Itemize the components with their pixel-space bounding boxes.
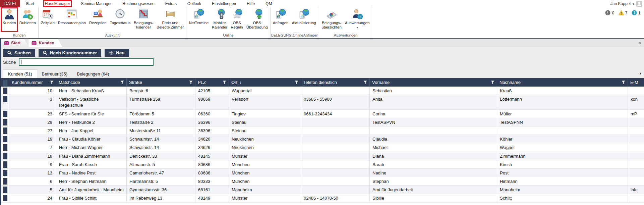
table-row[interactable]: 13Frau - Nadine PostCamerloherstr. 47806… [1,169,644,177]
menu-item-extras[interactable]: Extras [160,0,182,7]
indicator-box [3,119,7,125]
tab-overflow-icon[interactable]: ▼ [639,72,642,75]
funnel-icon[interactable] [491,81,494,84]
document-tab-label: Start [11,41,20,45]
indicator-box [3,96,7,102]
list-tab-kunden-51[interactable]: Kunden (51) [3,69,37,78]
column-header-kundennummer[interactable]: Kundennummer [9,78,56,87]
cell-telefon-dienstlich [301,152,370,160]
funnel-icon[interactable] [50,81,54,84]
ribbon-button-obs-bertragung[interactable]: OBS Übertragung [245,7,270,33]
document-tab-start[interactable]: Start [1,39,28,47]
table-row[interactable]: 23SFS - Seminare für SieFörödamm 506360T… [1,110,644,118]
row-indicator-cell [1,95,9,109]
funnel-icon[interactable] [363,81,367,84]
column-header-e-m[interactable]: E-M [628,78,644,87]
search-input[interactable] [19,58,154,66]
list-tab-belegungen-64[interactable]: Belegungen (64) [72,69,114,78]
neu-button[interactable]: Neu [105,49,129,57]
notification-error[interactable]: 0 [605,10,614,15]
menu-item-datei[interactable]: DATEI [0,0,20,7]
ribbon-button-obs-regeln[interactable]: OBS Regeln [229,7,244,33]
ribbon-button-zeitplan[interactable]: Zeitplan [39,7,56,33]
table-row[interactable]: 19Frau - Claudia KöhlerSchwalmstr. 14346… [1,135,644,143]
table-row[interactable]: 6Herr - Stephan HirtmannHartmannstr. 580… [1,177,644,186]
funnel-icon[interactable] [189,81,193,84]
ribbon-button-aktualisierung[interactable]: Aktualisierung [290,7,317,33]
error-icon [605,10,610,15]
cell-kundennummer: 3 [9,95,56,109]
ribbon-button-freie-und-belegte-zimmer[interactable]: Freie und Belegte Zimmer [155,7,185,33]
ribbon-button-kunden[interactable]: Kunden [1,7,18,33]
indicator-box [3,170,7,176]
menu-item-rechnungswesen[interactable]: Rechnungswesen [117,0,160,7]
list-tab-betreuer-35[interactable]: Betreuer (35) [37,69,72,78]
notification-warning[interactable]: 7 [619,10,628,15]
ribbon-button-belegungs-bersichten[interactable]: Belegungs- übersichten [320,7,343,33]
cell-plz: 36396 [195,118,229,126]
ribbon-button-label: Tagesstatus [110,21,130,25]
ribbon-button-rezeption[interactable]: Rezeption [87,7,108,33]
cell-stra-e: Hartmannstr. 5 [127,177,195,185]
chevron-down-icon [356,25,358,30]
ribbon-button-dubletten[interactable]: Dubletten [18,7,38,33]
funnel-icon[interactable] [120,81,124,84]
notification-info[interactable]: 1 [632,10,641,15]
list-tabs: Kunden (51)Betreuer (35)Belegungen (64) … [3,69,644,78]
menu-item-einstellungen[interactable]: Einstellungen [207,0,241,7]
notification-count: 1 [638,10,641,15]
ribbon-button-tagesstatus[interactable]: Tagesstatus [108,7,132,33]
annotation-box [43,0,72,7]
column-header-telefon-dienstlich[interactable]: Telefon dienstlich [301,78,370,87]
table-row[interactable]: 7Herr - Michael WagnerSchwalmstr. 143462… [1,143,644,152]
column-header-nachname[interactable]: Nachname [497,78,628,87]
table-row[interactable]: 5Amt für Jugendarbeit - MannheimGymnasiu… [1,186,644,194]
ribbon-button-label: Mobiler Kalender [212,21,227,30]
cell-kundennummer: 24 [9,194,56,202]
user-menu[interactable]: Jan Kappel [610,0,644,7]
ribbon-button-ressourcenplan[interactable]: Ressourcenplan [56,7,87,33]
ribbon-button-nettermine[interactable]: NetTermine [187,7,210,33]
menu-item-start[interactable]: Start [20,0,39,7]
funnel-icon[interactable] [622,81,625,84]
table-row[interactable]: 3Veilsdorf - Staatliche RegelschuleTurms… [1,95,644,109]
table-row[interactable]: 9Frau - Sarah KirschAltmannstr. 580686Mü… [1,160,644,169]
ribbon-button-belegungs-kalender[interactable]: Belegungs- kalender [132,7,155,33]
row-indicator-cell [1,143,9,151]
ribbon-button-label: Zeitplan [41,21,55,25]
ribbon-button-mobiler-kalender[interactable]: Mobiler Kalender [210,7,229,33]
document-tab-kunden[interactable]: Kunden [28,39,62,47]
ribbon-button-auswertungen[interactable]: Auswertungen [343,7,371,33]
column-header-ort[interactable]: Ort [229,78,301,87]
cell-telefon-dienstlich [301,160,370,168]
workspace: StartKunden × SuchenNach KundennummerNeu… [0,38,644,205]
table-row[interactable]: 18Frau - Diana ZimmermannDenickestr. 334… [1,152,644,160]
menu-item-hilfe[interactable]: Hilfe [241,0,260,7]
search-icon [7,51,12,55]
suchen-button[interactable]: Suchen [3,49,35,57]
cell-plz: 34626 [195,135,229,143]
column-header-vorname[interactable]: Vorname [370,78,497,87]
ribbon-group-online: NetTermineMobiler KalenderOBS RegelnOBS … [186,7,270,38]
ribbon-button-anfragen[interactable]: Anfragen [271,7,290,33]
column-header-matchcode[interactable]: Matchcode [56,78,127,87]
column-header-plz[interactable]: PLZ [195,78,229,87]
table-row[interactable]: 10Herr - Sebastian KraußBergstr. 642105W… [1,87,644,95]
close-icon[interactable]: × [635,39,644,47]
table-row[interactable]: 24Frau - Sibille SchlittIm Rebenweg 1348… [1,194,644,202]
menu-item-hausmanager[interactable]: HausManager [40,0,75,7]
cell-vorname: Amt für Jugendarbeit [370,186,497,194]
table-row[interactable]: 27Herr - Jan KappelMusterstraße 1136396S… [1,126,644,135]
menu-item-outlook[interactable]: Outlook [182,0,207,7]
table-row[interactable]: 29Herr - Testkunde 2Teststraße 236396Ste… [1,118,644,126]
funnel-icon[interactable] [223,81,226,84]
funnel-icon[interactable] [295,81,298,84]
plus-icon [109,51,113,55]
cell-plz: 34626 [195,143,229,151]
column-header-stra-e[interactable]: Straße [127,78,195,87]
cell-matchcode: Frau - Diana Zimmermann [56,152,127,160]
menu-item-qm[interactable]: QM [260,0,277,7]
cell-matchcode: Amt für Jugendarbeit - Mannheim [56,186,127,194]
nach-kundennummer-button[interactable]: Nach Kundennummer [39,49,101,57]
menu-item-seminarmanager[interactable]: SeminarManager [75,0,117,7]
